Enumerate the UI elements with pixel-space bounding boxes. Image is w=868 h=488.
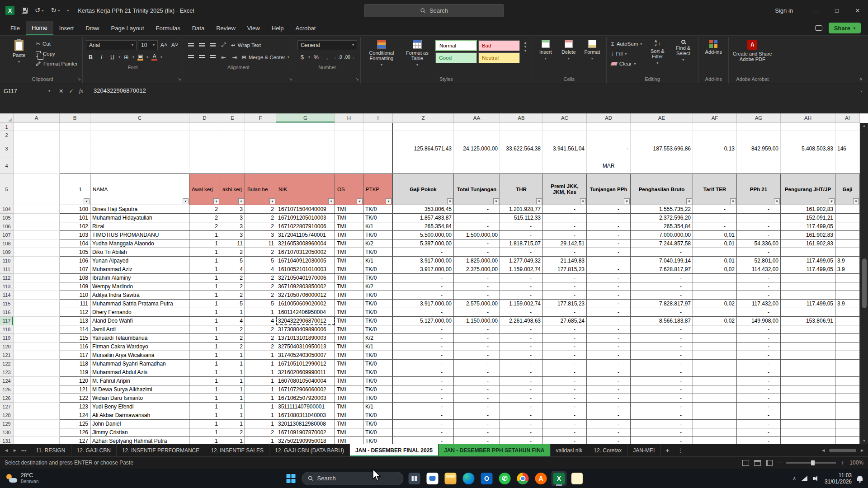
- cell-C127[interactable]: Yudi Beny Efendi: [90, 403, 189, 411]
- cell-C124[interactable]: M. Fahrul Aripin: [90, 377, 189, 385]
- cell-Z131[interactable]: -: [393, 437, 454, 444]
- cell-D107[interactable]: 1: [189, 231, 220, 239]
- cell-G105[interactable]: 1671091205010003: [276, 214, 335, 222]
- row-header-124[interactable]: 124: [0, 377, 14, 385]
- italic-button[interactable]: I: [97, 52, 106, 62]
- cell-AG121[interactable]: -: [737, 351, 781, 360]
- row-header-104[interactable]: 104: [0, 205, 14, 214]
- cell-AI131[interactable]: [835, 437, 860, 444]
- cell-H130[interactable]: TMI: [335, 428, 363, 437]
- cell-E3[interactable]: [220, 139, 245, 158]
- cell-F2[interactable]: [245, 131, 276, 139]
- cell-I4[interactable]: [363, 158, 393, 174]
- cell-AH1[interactable]: [781, 123, 835, 131]
- cell-G114[interactable]: 3271050706000012: [276, 291, 335, 300]
- cell-AG107[interactable]: -: [737, 231, 781, 239]
- cell-I115[interactable]: TK/0: [363, 300, 393, 308]
- tab-view[interactable]: View: [241, 21, 266, 35]
- cell-AA127[interactable]: -: [454, 403, 500, 411]
- header-cell-C[interactable]: NAMA▾: [90, 174, 189, 205]
- increase-decimal-button[interactable]: ←.0: [333, 52, 343, 62]
- cell-AA122[interactable]: -: [454, 360, 500, 368]
- cell-AA129[interactable]: -: [454, 420, 500, 428]
- cell-A121[interactable]: [14, 351, 60, 360]
- cell-G128[interactable]: 1671080311040003: [276, 411, 335, 420]
- cell-G108[interactable]: 3216053008960004: [276, 239, 335, 248]
- cell-B118[interactable]: 114: [60, 325, 90, 334]
- cell-AF106[interactable]: -: [693, 222, 737, 231]
- cell-C120[interactable]: Firman Cakra Wardoyo: [90, 343, 189, 351]
- cell-AH120[interactable]: [781, 343, 835, 351]
- cell-AH112[interactable]: [781, 274, 835, 282]
- dialog-launcher-icon[interactable]: ↘: [355, 77, 359, 81]
- cell-A122[interactable]: [14, 360, 60, 368]
- column-header-AE[interactable]: AE: [631, 113, 693, 123]
- cell-H126[interactable]: TMI: [335, 394, 363, 403]
- row-header-118[interactable]: 118: [0, 325, 14, 334]
- outlook-icon[interactable]: [479, 471, 495, 486]
- cell-C116[interactable]: Dhery Fernando: [90, 308, 189, 317]
- cell-B122[interactable]: 118: [60, 360, 90, 368]
- cell-Z4[interactable]: [393, 158, 454, 174]
- cell-AA119[interactable]: -: [454, 334, 500, 343]
- cell-I2[interactable]: [363, 131, 393, 139]
- autosum-button[interactable]: ΣAutoSum▾: [610, 39, 643, 48]
- gallery-down-icon[interactable]: ▼: [524, 45, 527, 49]
- cell-H112[interactable]: TMI: [335, 274, 363, 282]
- column-header-AI[interactable]: AI: [835, 113, 860, 123]
- row-header-127[interactable]: 127: [0, 403, 14, 411]
- cell-AB127[interactable]: -: [500, 403, 543, 411]
- sheet-tab-11-resign[interactable]: 11. RESIGN: [30, 444, 71, 456]
- cell-AC3[interactable]: 3.941.561,04: [543, 139, 587, 158]
- cell-AC122[interactable]: -: [543, 360, 587, 368]
- cell-AH110[interactable]: 117.499,05: [781, 257, 835, 265]
- cell-Z120[interactable]: -: [393, 343, 454, 351]
- row-header-4[interactable]: 4: [0, 158, 14, 174]
- filter-button-AI[interactable]: ▾: [853, 198, 859, 204]
- format-as-table-button[interactable]: Format as Table▾: [401, 38, 433, 68]
- cell-AG123[interactable]: -: [737, 368, 781, 377]
- cell-AE114[interactable]: -: [631, 291, 693, 300]
- filter-button-I[interactable]: ▾: [386, 198, 392, 204]
- cell-D113[interactable]: 1: [189, 282, 220, 291]
- cell-I124[interactable]: TK/0: [363, 377, 393, 385]
- cell-G115[interactable]: 1610050609020002: [276, 300, 335, 308]
- cell-I126[interactable]: TK/0: [363, 394, 393, 403]
- column-header-AF[interactable]: AF: [693, 113, 737, 123]
- cell-B124[interactable]: 120: [60, 377, 90, 385]
- cell-AC108[interactable]: 29.142,51: [543, 239, 587, 248]
- column-header-F[interactable]: F: [245, 113, 276, 123]
- style-normal[interactable]: Normal: [435, 40, 477, 51]
- cell-G126[interactable]: 1671062507920003: [276, 394, 335, 403]
- cell-AF109[interactable]: [693, 248, 737, 257]
- cell-AI123[interactable]: [835, 368, 860, 377]
- cell-A129[interactable]: [14, 420, 60, 428]
- cell-AE123[interactable]: -: [631, 368, 693, 377]
- row-header-5[interactable]: 5: [0, 174, 14, 205]
- cell-H1[interactable]: [335, 123, 363, 131]
- cell-AI120[interactable]: [835, 343, 860, 351]
- cell-H2[interactable]: [335, 131, 363, 139]
- cell-E117[interactable]: 4: [220, 317, 245, 325]
- header-cell-F[interactable]: Bulan be▾: [245, 174, 276, 205]
- cell-Z113[interactable]: -: [393, 282, 454, 291]
- notification-bell-icon[interactable]: [857, 476, 863, 481]
- cell-AF113[interactable]: [693, 282, 737, 291]
- cell-AC124[interactable]: -: [543, 377, 587, 385]
- cell-AA1[interactable]: [454, 123, 500, 131]
- cell-AI124[interactable]: [835, 377, 860, 385]
- cell-F126[interactable]: 1: [245, 394, 276, 403]
- cell-D117[interactable]: 1: [189, 317, 220, 325]
- cell-AF118[interactable]: [693, 325, 737, 334]
- cell-B121[interactable]: 117: [60, 351, 90, 360]
- filter-button-AF[interactable]: ▾: [730, 198, 736, 204]
- cell-A2[interactable]: [14, 131, 60, 139]
- tab-acrobat[interactable]: Acrobat: [290, 21, 322, 35]
- cell-G2[interactable]: [276, 131, 335, 139]
- cell-AD118[interactable]: -: [587, 325, 631, 334]
- cell-AC110[interactable]: 21.149,83: [543, 257, 587, 265]
- cell-AB119[interactable]: -: [500, 334, 543, 343]
- cell-AD127[interactable]: -: [587, 403, 631, 411]
- cell-AB114[interactable]: -: [500, 291, 543, 300]
- cell-AB105[interactable]: 515.112,33: [500, 214, 543, 222]
